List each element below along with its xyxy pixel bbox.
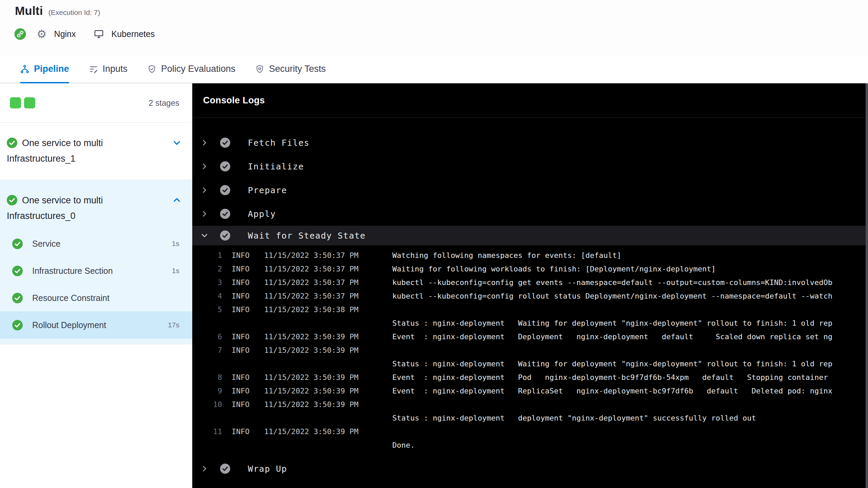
log-level: INFO bbox=[232, 344, 253, 357]
chevron-right-icon[interactable] bbox=[200, 162, 209, 170]
console-panel: Console Logs Fetch FilesInitializePrepar… bbox=[192, 83, 868, 488]
log-line: 4INFO11/15/2022 3:50:37 PMkubectl --kube… bbox=[192, 289, 866, 303]
stage-status-square[interactable] bbox=[10, 97, 21, 108]
log-message: Event : nginx-deployment Deployment ngin… bbox=[392, 330, 832, 344]
success-check-icon bbox=[220, 209, 230, 219]
log-level bbox=[232, 439, 253, 452]
console-header: Console Logs bbox=[192, 83, 868, 118]
chevron-up-icon[interactable] bbox=[172, 196, 181, 206]
stage-block-one-service-to-multi-infrastructures-0: One service to multi Infrastructures_0Se… bbox=[0, 180, 192, 344]
log-line: 9INFO11/15/2022 3:50:39 PMEvent : nginx-… bbox=[192, 384, 866, 398]
console-scrollbar[interactable] bbox=[866, 83, 868, 488]
log-message: Status : nginx-deployment deployment "ng… bbox=[392, 411, 756, 425]
log-message: Status : nginx-deployment Waiting for de… bbox=[392, 357, 832, 371]
success-check-icon bbox=[12, 266, 23, 276]
chevron-down-icon[interactable] bbox=[200, 231, 209, 240]
log-line: Done. bbox=[192, 439, 866, 452]
log-level: INFO bbox=[232, 276, 253, 289]
stage-name: One service to multi Infrastructures_1 bbox=[7, 136, 160, 165]
chevron-right-icon[interactable] bbox=[200, 465, 209, 473]
step-row-infrastructure-section[interactable]: Infrastructure Section1s bbox=[0, 257, 192, 284]
console-step-wait-for-steady-state[interactable]: Wait for Steady State bbox=[192, 226, 866, 245]
chevron-down-icon[interactable] bbox=[172, 138, 181, 149]
step-duration: 17s bbox=[168, 321, 179, 329]
log-line-number: 3 bbox=[192, 276, 222, 289]
log-line-number bbox=[192, 411, 222, 425]
step-row-rollout-deployment[interactable]: Rollout Deployment17s bbox=[0, 311, 192, 339]
console-title: Console Logs bbox=[203, 95, 265, 106]
chevron-right-icon[interactable] bbox=[200, 210, 209, 218]
log-timestamp: 11/15/2022 3:50:39 PM bbox=[264, 398, 363, 411]
success-check-icon bbox=[12, 239, 23, 249]
log-line-number: 1 bbox=[192, 249, 222, 262]
pipeline-meta-row: ⚙ Nginx Kubernetes bbox=[14, 26, 155, 41]
tab-policy-evaluations[interactable]: Policy Evaluations bbox=[147, 55, 235, 83]
log-line: 11INFO11/15/2022 3:50:39 PM bbox=[192, 425, 866, 439]
log-level: INFO bbox=[232, 262, 253, 276]
step-row-resource-constraint[interactable]: Resource Constraint bbox=[0, 284, 192, 311]
infrastructure-icon bbox=[94, 29, 104, 39]
log-message: Watching following namespaces for events… bbox=[392, 249, 622, 262]
tab-bar: PipelineInputsPolicy EvaluationsSecurity… bbox=[0, 55, 868, 83]
tab-pipeline[interactable]: Pipeline bbox=[20, 55, 69, 83]
execution-stage-panel: 2 stages One service to multi Infrastruc… bbox=[0, 83, 192, 488]
step-duration: 1s bbox=[172, 267, 179, 275]
log-timestamp: 11/15/2022 3:50:37 PM bbox=[264, 276, 363, 289]
console-step-apply[interactable]: Apply bbox=[192, 202, 866, 226]
success-check-icon bbox=[220, 230, 230, 241]
log-message: Status : nginx-deployment Waiting for de… bbox=[392, 317, 832, 330]
step-row-service[interactable]: Service1s bbox=[0, 230, 192, 257]
stage-header[interactable]: One service to multi Infrastructures_1 bbox=[0, 123, 192, 180]
console-step-fetch-files[interactable]: Fetch Files bbox=[192, 131, 866, 155]
log-block: 1INFO11/15/2022 3:50:37 PMWatching follo… bbox=[192, 245, 866, 457]
stage-header[interactable]: One service to multi Infrastructures_0 bbox=[0, 180, 192, 226]
console-step-name: Fetch Files bbox=[248, 138, 310, 148]
console-step-prepare[interactable]: Prepare bbox=[192, 178, 866, 202]
success-check-icon bbox=[220, 138, 230, 148]
chevron-right-icon[interactable] bbox=[200, 139, 209, 147]
page-title: Multi bbox=[15, 4, 43, 18]
console-step-initialize[interactable]: Initialize bbox=[192, 155, 866, 178]
log-line: Status : nginx-deployment Waiting for de… bbox=[192, 317, 866, 330]
console-step-name: Apply bbox=[248, 209, 276, 219]
log-level bbox=[232, 357, 253, 371]
tab-security-tests[interactable]: Security Tests bbox=[255, 55, 326, 83]
log-line: Status : nginx-deployment Waiting for de… bbox=[192, 357, 866, 371]
log-line-number: 4 bbox=[192, 289, 222, 303]
log-timestamp bbox=[264, 411, 363, 425]
log-line: 10INFO11/15/2022 3:50:39 PM bbox=[192, 398, 866, 411]
stage-status-square[interactable] bbox=[24, 97, 35, 108]
success-check-icon bbox=[7, 195, 17, 209]
stage-steps: Service1sInfrastructure Section1sResourc… bbox=[0, 226, 192, 344]
log-line: 1INFO11/15/2022 3:50:37 PMWatching follo… bbox=[192, 249, 866, 262]
log-line-number: 10 bbox=[192, 398, 222, 411]
log-message: kubectl --kubeconfig=config get events -… bbox=[392, 276, 832, 289]
log-line: Status : nginx-deployment deployment "ng… bbox=[192, 411, 866, 425]
tab-label: Inputs bbox=[103, 64, 128, 74]
success-check-icon bbox=[12, 293, 23, 303]
inputs-icon bbox=[89, 64, 98, 74]
log-message: Event : nginx-deployment Pod nginx-deplo… bbox=[392, 371, 828, 384]
service-name-label[interactable]: Nginx bbox=[54, 29, 76, 39]
pipeline-icon bbox=[20, 64, 29, 74]
title-row: Multi (Execution Id: 7) bbox=[15, 4, 100, 18]
environment-name-label[interactable]: Kubernetes bbox=[112, 29, 155, 39]
log-line-number: 5 bbox=[192, 303, 222, 317]
chevron-right-icon[interactable] bbox=[200, 186, 209, 194]
console-step-name: Wait for Steady State bbox=[248, 231, 366, 241]
log-line-number: 9 bbox=[192, 384, 222, 398]
log-level: INFO bbox=[232, 398, 253, 411]
console-step-wrap-up[interactable]: Wrap Up bbox=[192, 457, 866, 481]
tab-inputs[interactable]: Inputs bbox=[89, 55, 128, 83]
console-body: Fetch FilesInitializePrepareApplyWait fo… bbox=[192, 118, 866, 488]
success-check-icon bbox=[220, 185, 230, 195]
gear-icon[interactable]: ⚙ bbox=[37, 28, 47, 40]
execution-id: (Execution Id: 7) bbox=[48, 8, 100, 17]
log-line: 5INFO11/15/2022 3:50:38 PM bbox=[192, 303, 866, 317]
log-line: 6INFO11/15/2022 3:50:39 PMEvent : nginx-… bbox=[192, 330, 866, 344]
log-level: INFO bbox=[232, 384, 253, 398]
step-name: Service bbox=[32, 239, 60, 249]
log-message: kubectl --kubeconfig=config rollout stat… bbox=[392, 289, 832, 303]
log-message: Done. bbox=[392, 439, 415, 452]
log-level: INFO bbox=[232, 303, 253, 317]
